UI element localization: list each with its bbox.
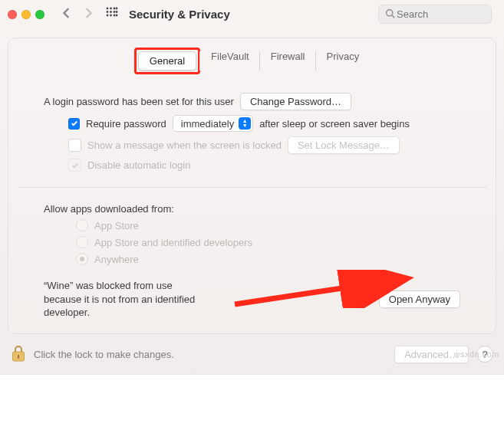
radio-app-store-label: App Store [94,220,139,231]
login-password-text: A login password has been set for this u… [44,96,234,107]
tab-bar: General FileVault Firewall Privacy [8,38,496,80]
downloads-heading: Allow apps downloaded from: [44,203,174,215]
lock-message: Click the lock to make changes. [34,349,174,360]
svg-point-10 [114,15,116,17]
tab-general[interactable]: General [138,51,196,71]
blocked-app-row: “Wine” was blocked from use because it i… [8,270,496,324]
disable-auto-login-checkbox [68,159,81,172]
require-password-label-pre: Require password [86,118,166,130]
change-password-button[interactable]: Change Password… [240,93,351,110]
radio-anywhere [76,253,88,265]
preferences-card: General FileVault Firewall Privacy A log… [8,38,496,334]
svg-point-11 [116,15,118,17]
svg-point-3 [116,8,118,10]
svg-point-4 [107,11,109,13]
svg-point-2 [114,8,116,10]
lock-icon[interactable] [11,345,26,364]
svg-point-1 [110,8,112,10]
back-button[interactable] [61,8,72,21]
require-password-checkbox[interactable] [68,118,80,130]
window-controls [8,10,44,19]
search-input[interactable] [395,8,485,21]
preferences-window: Security & Privacy General FileVault Fir… [0,0,504,375]
close-window-button[interactable] [8,10,17,19]
radio-anywhere-label: Anywhere [94,254,139,265]
downloads-section: Allow apps downloaded from: App Store Ap… [8,191,496,265]
svg-point-9 [110,15,112,17]
require-password-label-post: after sleep or screen saver begins [259,118,410,130]
svg-point-5 [110,11,112,13]
radio-identified-devs [76,236,88,248]
tab-privacy[interactable]: Privacy [316,48,371,74]
watermark: wsxdn.com [453,349,499,359]
require-password-delay-select[interactable]: immediately ▲▼ [173,115,253,132]
set-lock-message-button: Set Lock Message… [288,136,400,154]
minimize-window-button[interactable] [21,10,31,19]
tab-filevault[interactable]: FileVault [200,48,260,74]
blocked-app-message: “Wine” was blocked from use because it i… [44,279,202,320]
show-lock-message-label: Show a message when the screen is locked [87,139,282,151]
svg-point-6 [114,11,116,13]
tab-firewall[interactable]: Firewall [260,48,316,74]
footer: Click the lock to make changes. Advanced… [0,334,504,375]
svg-point-7 [116,11,118,13]
radio-app-store [76,219,88,231]
svg-rect-15 [18,355,19,359]
forward-button[interactable] [83,8,94,21]
page-title: Security & Privacy [129,8,230,21]
search-field[interactable] [378,5,492,24]
titlebar: Security & Privacy [0,0,504,28]
section-divider [18,187,486,188]
zoom-window-button[interactable] [35,10,44,19]
require-password-delay-value: immediately [181,118,234,130]
select-stepper-icon: ▲▼ [239,117,251,130]
svg-point-12 [387,9,393,15]
svg-point-8 [107,15,109,17]
open-anyway-button[interactable]: Open Anyway [379,290,460,308]
show-lock-message-checkbox [68,139,81,152]
radio-identified-devs-label: App Store and identified developers [94,237,252,248]
annotation-highlight: General [134,48,200,74]
svg-point-0 [107,8,109,10]
search-icon [385,8,395,21]
password-section: A login password has been set for this u… [8,80,496,172]
disable-auto-login-label: Disable automatic login [87,159,190,171]
show-all-icon[interactable] [106,7,118,21]
nav-arrows [61,8,94,21]
